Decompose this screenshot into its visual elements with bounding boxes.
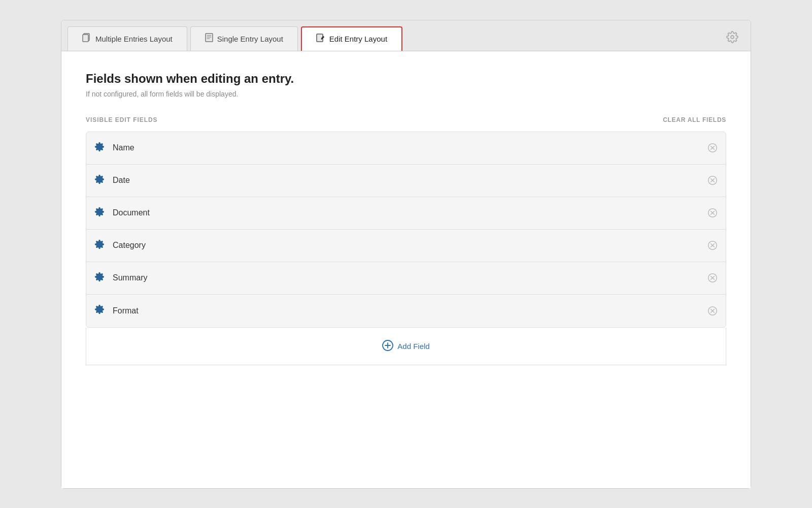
fields-container: Name Date [86,132,726,328]
svg-rect-1 [83,35,88,42]
field-gear-icon-category[interactable] [94,239,105,252]
field-gear-icon-document[interactable] [94,207,105,219]
main-content: Fields shown when editing an entry. If n… [61,51,751,488]
field-gear-icon-format[interactable] [94,304,105,317]
field-remove-document[interactable] [707,208,718,218]
field-gear-icon-date[interactable] [94,174,105,187]
field-row-name: Name [86,132,726,165]
field-label-category: Category [113,241,699,250]
tab-bar: Multiple Entries Layout Single Entry Lay… [61,20,751,51]
field-remove-name[interactable] [707,143,718,153]
edit-icon [316,34,325,45]
field-row-date: Date [86,165,726,197]
field-label-name: Name [113,143,699,152]
tab-edit-entry-label: Edit Entry Layout [329,35,387,43]
visible-fields-label: VISIBLE EDIT FIELDS [86,116,158,123]
field-row-format: Format [86,295,726,327]
field-label-format: Format [113,306,699,315]
field-gear-icon-name[interactable] [94,142,105,154]
field-label-summary: Summary [113,273,699,282]
settings-gear-button[interactable] [720,27,745,50]
field-remove-category[interactable] [707,240,718,250]
field-label-date: Date [113,176,699,185]
field-remove-date[interactable] [707,175,718,185]
field-remove-summary[interactable] [707,273,718,283]
pages-icon [82,33,91,44]
tab-single-entry-label: Single Entry Layout [217,35,283,43]
tab-single-entry[interactable]: Single Entry Layout [190,26,298,51]
page-icon [205,33,213,44]
add-field-label: Add Field [397,342,429,351]
tab-multiple-entries[interactable]: Multiple Entries Layout [67,26,187,51]
clear-all-fields-button[interactable]: CLEAR ALL FIELDS [663,116,726,123]
tab-multiple-entries-label: Multiple Entries Layout [95,35,173,43]
field-label-document: Document [113,208,699,217]
field-row-document: Document [86,197,726,230]
add-field-plus-icon [382,340,393,353]
section-header: VISIBLE EDIT FIELDS CLEAR ALL FIELDS [86,116,726,123]
page-subtitle: If not configured, all form fields will … [86,90,726,98]
field-row-category: Category [86,230,726,262]
field-remove-format[interactable] [707,306,718,316]
svg-rect-2 [206,34,213,42]
page-title: Fields shown when editing an entry. [86,72,726,86]
field-row-summary: Summary [86,262,726,295]
add-field-area: Add Field [86,328,726,365]
field-gear-icon-summary[interactable] [94,272,105,284]
main-container: Multiple Entries Layout Single Entry Lay… [61,20,751,489]
tab-edit-entry[interactable]: Edit Entry Layout [301,26,402,51]
add-field-button[interactable]: Add Field [382,340,429,353]
